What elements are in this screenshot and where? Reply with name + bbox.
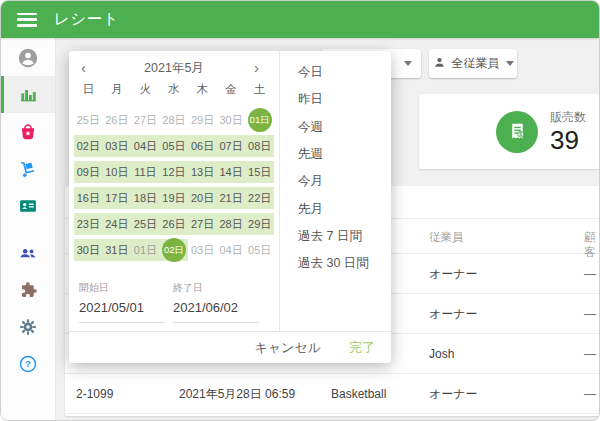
receipt-icon: $ xyxy=(496,111,538,153)
done-button[interactable]: 完了 xyxy=(349,339,375,357)
table-cell: オーナー xyxy=(429,294,478,334)
sidebar-item-settings[interactable] xyxy=(1,308,55,345)
calendar-day[interactable]: 22日 xyxy=(245,185,274,211)
calendar-day[interactable]: 23日 xyxy=(74,211,103,237)
calendar-day[interactable]: 26日 xyxy=(160,211,189,237)
calendar-day[interactable]: 01日 xyxy=(131,237,160,263)
calendar-day[interactable]: 24日 xyxy=(103,211,132,237)
calendar-day-label: 03日 xyxy=(105,139,128,154)
app-window: レシート ? xyxy=(0,0,600,421)
weekday-label: 火 xyxy=(131,82,160,97)
start-date-field[interactable]: 開始日 2021/05/01 xyxy=(79,281,165,323)
quick-range-option[interactable]: 今週 xyxy=(280,114,391,141)
calendar-day-label: 28日 xyxy=(219,217,242,232)
cancel-button[interactable]: キャンセル xyxy=(254,339,321,357)
calendar-day[interactable]: 10日 xyxy=(103,159,132,185)
calendar-day-label: 17日 xyxy=(105,191,128,206)
end-date-value[interactable]: 2021/06/02 xyxy=(173,300,259,323)
puzzle-icon xyxy=(18,280,38,300)
calendar-day[interactable]: 11日 xyxy=(131,159,160,185)
calendar-day[interactable]: 02日 xyxy=(74,133,103,159)
calendar-day-label: 27日 xyxy=(191,217,214,232)
quick-range-option[interactable]: 先週 xyxy=(280,141,391,168)
calendar-day[interactable]: 19日 xyxy=(160,185,189,211)
sidebar-item-reports[interactable] xyxy=(1,76,55,113)
calendar-day[interactable]: 05日 xyxy=(160,133,189,159)
calendar-day[interactable]: 25日 xyxy=(131,211,160,237)
calendar-day[interactable]: 03日 xyxy=(188,237,217,263)
bar-chart-icon xyxy=(18,85,38,105)
calendar-day[interactable]: 05日 xyxy=(245,237,274,263)
end-date-field[interactable]: 終了日 2021/06/02 xyxy=(173,281,259,323)
weekday-row: 日月火水木金土 xyxy=(74,82,274,97)
calendar-day[interactable]: 08日 xyxy=(245,133,274,159)
next-month-icon[interactable]: › xyxy=(248,57,265,78)
calendar-day[interactable]: 09日 xyxy=(74,159,103,185)
calendar-day[interactable]: 16日 xyxy=(74,185,103,211)
table-cell: — xyxy=(584,254,596,294)
sidebar-item-items[interactable] xyxy=(1,113,55,150)
svg-text:?: ? xyxy=(25,359,31,369)
calendar-day[interactable]: 01日 xyxy=(245,107,274,133)
sidebar-item-help[interactable]: ? xyxy=(1,345,55,382)
calendar-day-label: 06日 xyxy=(191,139,214,154)
calendar-day-label: 31日 xyxy=(105,243,128,258)
calendar-day-label: 16日 xyxy=(77,191,100,206)
calendar-day[interactable]: 21日 xyxy=(217,185,246,211)
calendar-day[interactable]: 29日 xyxy=(245,211,274,237)
sidebar-item-staff[interactable] xyxy=(1,234,55,271)
calendar-day-label: 21日 xyxy=(219,191,242,206)
calendar-day[interactable]: 27日 xyxy=(131,107,160,133)
calendar-day[interactable]: 13日 xyxy=(188,159,217,185)
people-icon xyxy=(18,243,38,263)
calendar-day[interactable]: 04日 xyxy=(217,237,246,263)
employee-filter-button[interactable]: 全従業員 xyxy=(429,49,517,78)
start-date-value[interactable]: 2021/05/01 xyxy=(79,300,165,323)
calendar-day[interactable]: 29日 xyxy=(188,107,217,133)
calendar-day[interactable]: 04日 xyxy=(131,133,160,159)
calendar-day[interactable]: 15日 xyxy=(245,159,274,185)
calendar-day[interactable]: 25日 xyxy=(74,107,103,133)
calendar-day[interactable]: 20日 xyxy=(188,185,217,211)
help-icon: ? xyxy=(18,354,38,374)
calendar-day[interactable]: 02日 xyxy=(160,237,189,263)
quick-range-option[interactable]: 先月 xyxy=(280,195,391,222)
quick-range-option[interactable]: 過去 30 日間 xyxy=(280,250,391,277)
quick-range-option[interactable]: 今月 xyxy=(280,168,391,195)
calendar-day-label: 02日 xyxy=(77,139,100,154)
calendar-day[interactable]: 27日 xyxy=(188,211,217,237)
calendar-day[interactable]: 18日 xyxy=(131,185,160,211)
calendar-day[interactable]: 03日 xyxy=(103,133,132,159)
calendar-day-label: 04日 xyxy=(219,243,242,258)
employee-filter-label: 全従業員 xyxy=(452,55,500,72)
hamburger-menu-icon[interactable] xyxy=(17,13,37,27)
quick-range-option[interactable]: 過去 7 日間 xyxy=(280,223,391,250)
calendar-day-label: 09日 xyxy=(77,165,100,180)
quick-range-option[interactable]: 昨日 xyxy=(280,86,391,113)
table-row[interactable]: 2-10992021年5月28日 06:59Basketballオーナー— xyxy=(65,374,600,414)
calendar-day[interactable]: 30日 xyxy=(217,107,246,133)
calendar-day[interactable]: 06日 xyxy=(188,133,217,159)
calendar-day[interactable]: 28日 xyxy=(160,107,189,133)
calendar-day[interactable]: 30日 xyxy=(74,237,103,263)
calendar-day-label: 12日 xyxy=(162,165,185,180)
calendar-day[interactable]: 17日 xyxy=(103,185,132,211)
calendar-day[interactable]: 31日 xyxy=(103,237,132,263)
sidebar-item-contacts[interactable] xyxy=(1,187,55,224)
calendar-day[interactable]: 14日 xyxy=(217,159,246,185)
calendar-day-label: 22日 xyxy=(248,191,271,206)
sidebar-item-account[interactable] xyxy=(1,39,55,76)
date-picker-dialog: ‹ 2021年5月 › 日月火水木金土 25日26日27日28日29日30日01… xyxy=(69,51,391,363)
calendar-day[interactable]: 28日 xyxy=(217,211,246,237)
table-cell: 2021年5月28日 06:59 xyxy=(179,374,295,414)
calendar-day-label: 14日 xyxy=(219,165,242,180)
calendar-day[interactable]: 12日 xyxy=(160,159,189,185)
sidebar-item-apps[interactable] xyxy=(1,271,55,308)
calendar-day[interactable]: 26日 xyxy=(103,107,132,133)
calendar-day[interactable]: 07日 xyxy=(217,133,246,159)
svg-text:$: $ xyxy=(519,131,522,137)
column-header-employee[interactable]: 従業員 xyxy=(429,230,464,245)
sidebar-item-shipments[interactable] xyxy=(1,150,55,187)
calendar-day-label: 26日 xyxy=(105,113,128,128)
quick-range-option[interactable]: 今日 xyxy=(280,59,391,86)
